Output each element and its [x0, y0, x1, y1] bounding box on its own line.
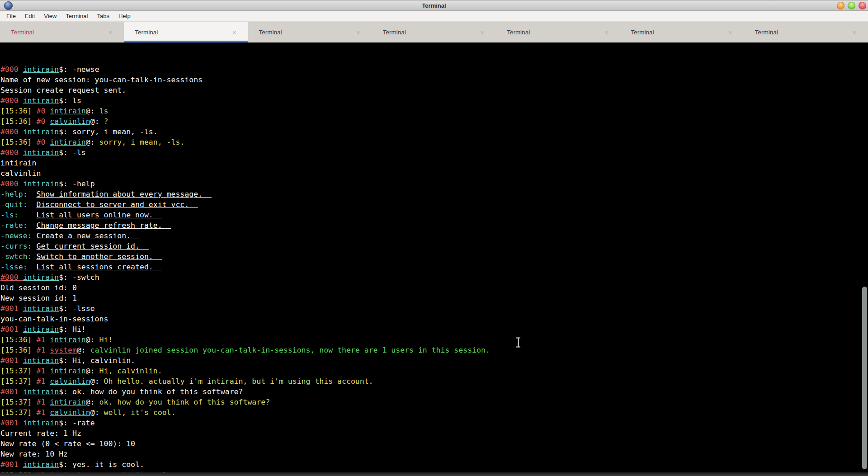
- terminal-text-segment: Old session id: 0: [0, 283, 77, 292]
- tab-close-icon[interactable]: ×: [728, 29, 732, 36]
- menu-item-help[interactable]: Help: [114, 11, 135, 21]
- terminal-text-segment: -swtch:: [0, 252, 32, 261]
- tab-terminal-6[interactable]: Terminal×: [620, 22, 744, 42]
- terminal-text-segment: intirain: [50, 107, 85, 115]
- menubar: File Edit View Terminal Tabs Help: [0, 11, 868, 22]
- terminal-text-segment: #000: [0, 179, 23, 188]
- terminal-text-segment: ?: [104, 117, 108, 126]
- terminal-line: [15:37] #1 intirain@: Hi, calvinlin.: [0, 366, 868, 376]
- terminal-text-segment: #000: [0, 273, 23, 282]
- terminal-text-segment: [28, 190, 37, 198]
- terminal-text-segment: intirain: [50, 471, 85, 472]
- terminal-text-segment: #000: [0, 65, 23, 74]
- tab-terminal-1[interactable]: Terminal×: [0, 22, 124, 42]
- terminal-text-segment: #1: [36, 335, 50, 344]
- terminal-text-segment: calvinlin: [50, 408, 90, 417]
- terminal-text-segment: Session create request sent.: [0, 86, 126, 94]
- tab-close-icon[interactable]: ×: [604, 29, 609, 36]
- terminal-text-segment: intirain: [0, 159, 36, 167]
- terminal-line: [15:36] #0 intirain@: sorry, i mean, -ls…: [0, 137, 868, 147]
- terminal-line: -ls: List all users online now.: [0, 210, 868, 220]
- terminal-text-segment: Show information about every message.: [36, 190, 211, 198]
- terminal-line: #000 intirain$: -swtch: [0, 272, 868, 283]
- terminal-text-segment: @:: [86, 367, 99, 375]
- terminal-text-segment: $: yes. it is cool.: [59, 460, 144, 469]
- terminal-text-segment: #001: [0, 460, 23, 469]
- terminal-line: Current rate: 1 Hz: [0, 428, 868, 438]
- terminal-text-segment: @:: [90, 377, 104, 386]
- terminal-text-segment: Change message refresh rate.: [36, 221, 171, 230]
- titlebar[interactable]: Terminal: [0, 0, 868, 11]
- menu-item-view[interactable]: View: [39, 11, 61, 21]
- terminal-text-segment: intirain: [50, 398, 85, 406]
- terminal-line: -rate: Change message refresh rate.: [0, 220, 868, 231]
- menu-item-tabs[interactable]: Tabs: [92, 11, 113, 21]
- terminal-text-segment: -help:: [0, 190, 28, 198]
- tab-terminal-4[interactable]: Terminal×: [372, 22, 496, 42]
- terminal-line: Name of new session: you-can-talk-in-ses…: [0, 75, 868, 85]
- terminal-text-segment: yes. it is cool.: [99, 471, 171, 472]
- mouse-ibeam-cursor: [515, 337, 521, 348]
- tab-close-icon[interactable]: ×: [232, 29, 236, 36]
- terminal-text-segment: @:: [86, 107, 99, 115]
- terminal-text-segment: #1: [36, 398, 50, 406]
- tab-terminal-5[interactable]: Terminal×: [496, 22, 620, 42]
- window-bottom-edge: [0, 472, 868, 476]
- scrollbar-thumb[interactable]: [862, 287, 867, 469]
- terminal-text-segment: #0: [36, 107, 50, 115]
- terminal-line: New session id: 1: [0, 293, 868, 303]
- terminal-line: intirain: [0, 158, 868, 168]
- tab-terminal-7[interactable]: Terminal×: [744, 22, 868, 42]
- terminal-line: #000 intirain$: -ls: [0, 147, 868, 158]
- menu-item-terminal[interactable]: Terminal: [61, 11, 92, 21]
- terminal-line: you-can-talk-in-sessions: [0, 314, 868, 324]
- tab-close-icon[interactable]: ×: [108, 29, 113, 36]
- terminal-text-segment: Switch to another session.: [36, 252, 162, 261]
- terminal-text-segment: well, it's cool.: [104, 408, 176, 417]
- menu-item-edit[interactable]: Edit: [20, 11, 39, 21]
- menu-item-file[interactable]: File: [2, 11, 20, 21]
- terminal-text-segment: $: Hi!: [59, 325, 86, 334]
- tab-close-icon[interactable]: ×: [852, 29, 856, 36]
- tab-terminal-3[interactable]: Terminal×: [248, 22, 372, 42]
- tab-label: Terminal: [744, 29, 778, 36]
- maximize-button[interactable]: [848, 2, 855, 9]
- terminal-text-segment: #1: [36, 346, 50, 354]
- terminal-text-segment: intirain: [50, 367, 85, 375]
- terminal-text-segment: $: sorry, i mean, -ls.: [59, 127, 158, 136]
- terminal-line: -lsse: List all sessions created.: [0, 262, 868, 272]
- close-button[interactable]: [859, 2, 866, 9]
- terminal-text-segment: #001: [0, 356, 23, 365]
- terminal-line: [15:36] #0 intirain@: ls: [0, 106, 868, 116]
- terminal-text-segment: intirain: [23, 273, 59, 282]
- terminal-output: #000 intirain$: -newseName of new sessio…: [0, 64, 868, 472]
- terminal-text-segment: #1: [36, 377, 50, 386]
- tab-terminal-2[interactable]: Terminal×: [124, 22, 248, 42]
- terminal-line: -newse: Create a new session.: [0, 231, 868, 241]
- terminal-text-segment: calvinlin joined session you-can-talk-in…: [90, 346, 490, 354]
- terminal-text-segment: [15:37]: [0, 398, 36, 406]
- terminal-text-segment: -ls:: [0, 211, 19, 219]
- terminal-screen[interactable]: #000 intirain$: -newseName of new sessio…: [0, 42, 868, 472]
- terminal-text-segment: [28, 263, 37, 271]
- terminal-text-segment: -currs:: [0, 242, 32, 250]
- terminal-text-segment: Oh hello. actually i'm intirain, but i'm…: [104, 377, 373, 386]
- terminal-text-segment: $: ls: [59, 96, 81, 105]
- terminal-line: -help: Show information about every mess…: [0, 189, 868, 199]
- terminal-text-segment: List all users online now.: [37, 211, 162, 219]
- terminal-line: -quit: Disconnect to server and exit vcc…: [0, 199, 868, 210]
- minimize-button[interactable]: [837, 2, 844, 9]
- terminal-text-segment: New rate (0 < rate <= 100): 10: [0, 439, 135, 448]
- terminal-text-segment: #1: [36, 367, 50, 375]
- tab-close-icon[interactable]: ×: [356, 29, 360, 36]
- terminal-line: #001 intirain$: -rate: [0, 418, 868, 428]
- terminal-text-segment: intirain: [23, 460, 59, 469]
- terminal-text-segment: [15:38]: [0, 471, 36, 472]
- terminal-line: #000 intirain$: ls: [0, 95, 868, 106]
- terminal-text-segment: calvinlin: [50, 377, 90, 386]
- tab-close-icon[interactable]: ×: [480, 29, 484, 36]
- terminal-text-segment: intirain: [23, 325, 59, 334]
- terminal-text-segment: #001: [0, 325, 23, 334]
- terminal-text-segment: intirain: [50, 335, 85, 344]
- terminal-line: New rate (0 < rate <= 100): 10: [0, 438, 868, 449]
